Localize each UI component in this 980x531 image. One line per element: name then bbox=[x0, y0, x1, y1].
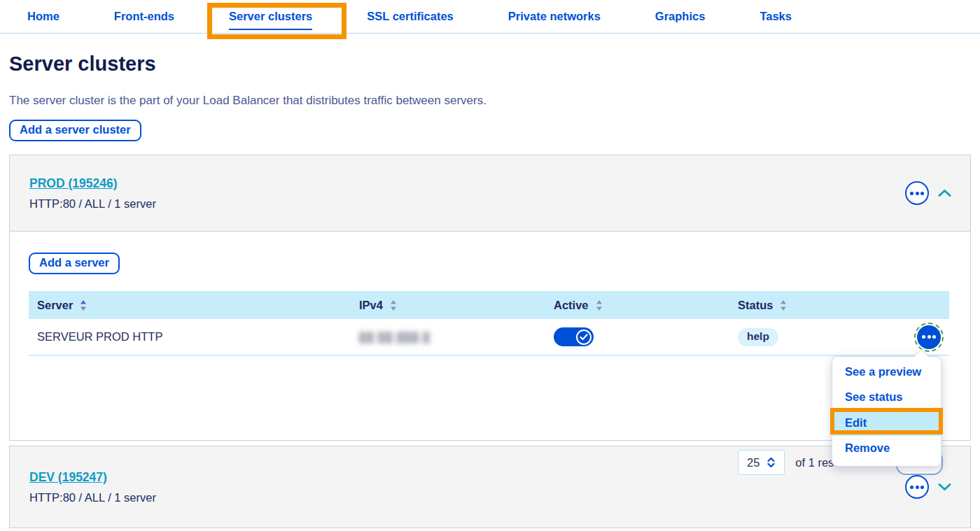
page-title: Server clusters bbox=[9, 52, 980, 76]
table-row: SERVEUR PROD HTTP ██.██.███.█ help bbox=[29, 319, 949, 355]
menu-item-edit[interactable]: Edit bbox=[832, 410, 941, 436]
top-nav: Home Front-ends Server clusters SSL cert… bbox=[0, 0, 980, 34]
cluster-actions-button-prod[interactable] bbox=[905, 181, 929, 205]
page-description: The server cluster is the part of your L… bbox=[9, 94, 980, 108]
page-size-select[interactable]: 25 bbox=[738, 450, 785, 475]
pagination: 25 of 1 results bbox=[10, 450, 943, 475]
menu-item-see-a-preview[interactable]: See a preview bbox=[832, 359, 941, 385]
server-name-cell: SERVEUR PROD HTTP bbox=[29, 319, 351, 355]
tab-ssl-certificates[interactable]: SSL certificates bbox=[367, 0, 454, 33]
table-header-row: Server IPv4 Active Status bbox=[29, 291, 949, 319]
ellipsis-icon bbox=[910, 486, 913, 489]
active-toggle[interactable] bbox=[554, 327, 594, 346]
cluster-body-prod: Add a server Server IPv4 Active Status S… bbox=[10, 231, 970, 440]
cluster-info: PROD (195246) HTTP:80 / ALL / 1 server bbox=[29, 176, 156, 211]
cluster-panel-prod: PROD (195246) HTTP:80 / ALL / 1 server A… bbox=[9, 155, 971, 441]
add-server-cluster-button[interactable]: Add a server cluster bbox=[9, 120, 141, 141]
status-actions-cell: help bbox=[729, 319, 949, 355]
check-icon bbox=[576, 330, 592, 345]
cluster-actions-button-dev[interactable] bbox=[905, 475, 929, 499]
redacted-ipv4: ██.██.███.█ bbox=[359, 332, 430, 343]
active-cell bbox=[545, 319, 729, 355]
tab-graphics[interactable]: Graphics bbox=[655, 0, 706, 33]
menu-item-see-status[interactable]: See status bbox=[832, 385, 941, 411]
menu-item-remove[interactable]: Remove bbox=[832, 436, 941, 462]
chevron-up-icon[interactable] bbox=[937, 188, 952, 198]
cluster-header-actions bbox=[905, 475, 952, 499]
cluster-summary-dev: HTTP:80 / ALL / 1 server bbox=[29, 491, 156, 504]
sort-arrows-icon[interactable] bbox=[390, 300, 397, 311]
tab-private-networks[interactable]: Private networks bbox=[508, 0, 601, 33]
tab-front-ends[interactable]: Front-ends bbox=[114, 0, 174, 33]
cluster-link-prod[interactable]: PROD (195246) bbox=[29, 176, 117, 190]
column-header-status[interactable]: Status bbox=[729, 291, 949, 319]
sort-arrows-icon[interactable] bbox=[80, 300, 87, 311]
cluster-header-actions bbox=[905, 181, 952, 205]
tab-server-clusters[interactable]: Server clusters bbox=[229, 0, 312, 33]
row-actions-menu: See a preview See status Edit Remove bbox=[832, 356, 941, 467]
tab-tasks[interactable]: Tasks bbox=[760, 0, 792, 33]
ellipsis-icon bbox=[922, 335, 925, 339]
add-server-button[interactable]: Add a server bbox=[29, 253, 120, 274]
ipv4-cell: ██.██.███.█ bbox=[351, 319, 545, 355]
cluster-header-prod: PROD (195246) HTTP:80 / ALL / 1 server bbox=[10, 155, 970, 231]
tab-home[interactable]: Home bbox=[27, 0, 59, 33]
column-header-active[interactable]: Active bbox=[545, 291, 729, 319]
ellipsis-icon bbox=[910, 192, 913, 195]
column-header-server[interactable]: Server bbox=[29, 291, 351, 319]
sort-arrows-icon[interactable] bbox=[596, 300, 603, 311]
servers-table: Server IPv4 Active Status SERVEUR PROD H… bbox=[29, 291, 949, 356]
sort-arrows-icon[interactable] bbox=[780, 300, 787, 311]
cluster-summary-prod: HTTP:80 / ALL / 1 server bbox=[29, 197, 156, 211]
column-header-ipv4[interactable]: IPv4 bbox=[351, 291, 545, 319]
chevron-down-icon[interactable] bbox=[937, 482, 952, 492]
row-actions-button[interactable] bbox=[917, 325, 941, 349]
status-badge: help bbox=[738, 328, 778, 346]
up-down-chevrons-icon bbox=[766, 457, 776, 468]
